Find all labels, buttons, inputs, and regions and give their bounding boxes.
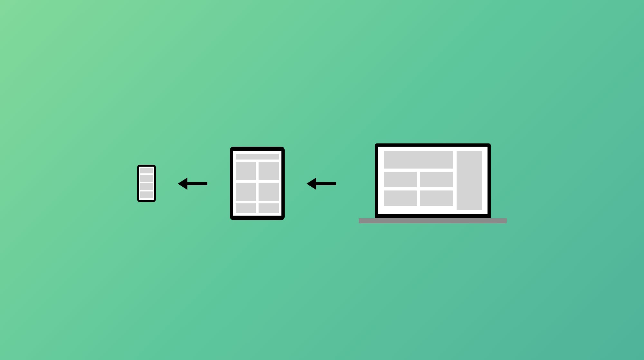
content-row xyxy=(384,172,453,187)
phone-device-icon xyxy=(137,165,156,202)
svg-rect-0 xyxy=(185,182,207,185)
phone-notch-icon xyxy=(143,165,150,166)
content-block xyxy=(140,175,153,182)
content-row xyxy=(236,183,279,201)
content-block xyxy=(384,172,417,187)
content-block xyxy=(384,190,417,206)
tablet-device-icon xyxy=(230,147,285,220)
arrow-left-icon xyxy=(304,174,339,193)
content-block xyxy=(457,151,482,210)
content-block xyxy=(140,168,153,174)
content-block xyxy=(384,151,453,169)
content-block xyxy=(259,183,279,201)
content-row xyxy=(236,203,279,213)
content-block xyxy=(236,162,256,180)
laptop-base xyxy=(359,218,507,223)
laptop-main-column xyxy=(384,151,453,210)
tablet-column xyxy=(230,147,285,220)
svg-rect-2 xyxy=(314,182,336,185)
content-block xyxy=(236,183,256,201)
tablet-screen xyxy=(233,151,281,216)
phone-column xyxy=(137,165,156,202)
content-block xyxy=(236,203,256,213)
content-block xyxy=(140,191,153,199)
svg-marker-3 xyxy=(307,178,316,190)
responsive-diagram xyxy=(0,0,644,360)
content-block xyxy=(420,190,453,206)
laptop-device-icon xyxy=(359,143,507,223)
content-block xyxy=(420,172,453,187)
laptop-column xyxy=(359,143,507,223)
svg-marker-1 xyxy=(178,178,187,190)
content-block xyxy=(259,162,279,180)
content-block xyxy=(140,183,153,190)
content-row xyxy=(384,190,453,206)
phone-screen xyxy=(139,167,154,200)
laptop-lid xyxy=(375,143,491,218)
arrow-left-icon xyxy=(175,174,211,193)
content-block xyxy=(259,203,279,213)
laptop-screen xyxy=(378,147,488,214)
content-row xyxy=(236,162,279,180)
content-block xyxy=(236,154,279,160)
